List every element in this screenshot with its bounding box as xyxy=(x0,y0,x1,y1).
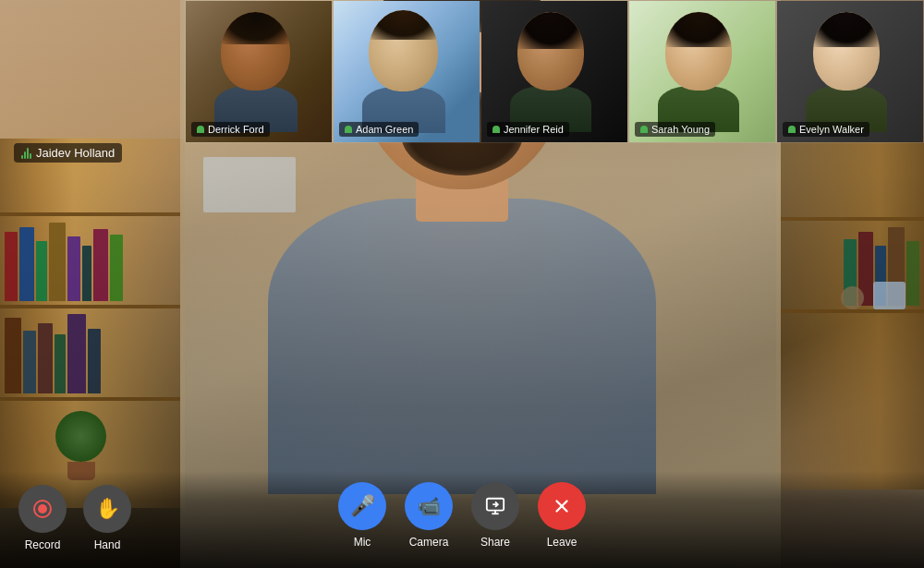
audio-bar-2 xyxy=(24,151,26,159)
mic-icon-2 xyxy=(345,126,352,133)
leave-btn-circle[interactable] xyxy=(538,482,586,530)
record-button[interactable]: Record xyxy=(18,485,67,551)
camera-icon: 📹 xyxy=(418,497,441,515)
participant-tile-5[interactable]: Evelyn Walker xyxy=(776,0,924,143)
participant-name-text-2: Adam Green xyxy=(356,124,413,135)
participant-name-text-3: Jennifer Reid xyxy=(504,124,564,135)
controls-bar: Record ✋ Hand 🎤 Mic 📹 xyxy=(0,471,924,568)
camera-button[interactable]: 📹 Camera xyxy=(405,482,453,549)
participant-name-text-4: Sarah Young xyxy=(651,124,710,135)
mic-icon: 🎤 xyxy=(350,496,375,516)
hand-button[interactable]: ✋ Hand xyxy=(83,485,131,551)
record-btn-circle[interactable] xyxy=(18,485,67,533)
participant-tile-1[interactable]: Derrick Ford xyxy=(185,0,333,143)
main-speaker-name-badge: Jaidev Holland xyxy=(14,143,122,163)
mic-icon-1 xyxy=(197,126,204,133)
participant-name-text-1: Derrick Ford xyxy=(208,124,264,135)
participant-name-text-5: Evelyn Walker xyxy=(799,124,864,135)
audio-bar-3 xyxy=(27,148,29,159)
leave-icon xyxy=(552,496,572,516)
leave-label: Leave xyxy=(547,536,578,549)
record-label: Record xyxy=(25,538,61,551)
hand-label: Hand xyxy=(94,538,121,551)
mic-button[interactable]: 🎤 Mic xyxy=(338,482,386,549)
share-btn-circle[interactable] xyxy=(471,482,519,530)
participant-tile-4[interactable]: Sarah Young xyxy=(628,0,776,143)
participant-strip: Derrick Ford Adam Green xyxy=(185,0,924,143)
share-icon xyxy=(485,496,505,516)
camera-label: Camera xyxy=(409,536,449,549)
audio-bar-4 xyxy=(30,153,31,159)
mic-icon-4 xyxy=(640,126,648,133)
mic-btn-circle[interactable]: 🎤 xyxy=(338,482,386,530)
participant-name-5: Evelyn Walker xyxy=(783,122,869,137)
audio-indicator xyxy=(21,148,31,159)
hand-icon: ✋ xyxy=(95,499,120,519)
audio-bar-1 xyxy=(21,155,23,159)
participant-name-4: Sarah Young xyxy=(635,122,715,137)
main-video-area: Jaidev Holland Derrick Ford xyxy=(0,0,924,568)
main-speaker-name-text: Jaidev Holland xyxy=(36,146,115,160)
mic-icon-3 xyxy=(492,126,500,133)
share-button[interactable]: Share xyxy=(471,482,519,549)
share-label: Share xyxy=(480,536,510,549)
mic-label: Mic xyxy=(354,536,371,549)
controls-center-group: 🎤 Mic 📹 Camera xyxy=(338,482,586,549)
camera-btn-circle[interactable]: 📹 xyxy=(405,482,453,530)
hand-btn-circle[interactable]: ✋ xyxy=(83,485,131,533)
mic-icon-5 xyxy=(788,126,796,133)
participant-tile-2[interactable]: Adam Green xyxy=(333,0,480,143)
participant-name-1: Derrick Ford xyxy=(191,122,270,137)
participant-name-3: Jennifer Reid xyxy=(487,122,569,137)
record-icon xyxy=(33,500,52,518)
controls-left-group: Record ✋ Hand xyxy=(18,485,131,551)
participant-name-2: Adam Green xyxy=(339,122,419,137)
leave-button[interactable]: Leave xyxy=(538,482,586,549)
participant-tile-3[interactable]: Jennifer Reid xyxy=(480,0,628,143)
